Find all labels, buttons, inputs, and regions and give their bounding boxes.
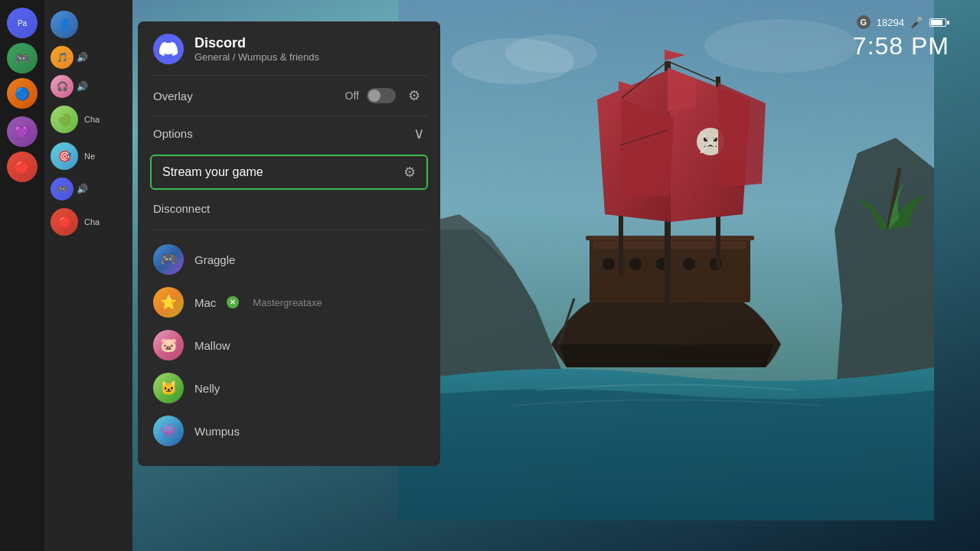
member-name-wumpus: Wumpus xyxy=(194,425,240,438)
channel-label-cha: Cha xyxy=(84,115,100,124)
member-item-wumpus[interactable]: 👾 Wumpus xyxy=(150,411,428,451)
channel-label-ne: Ne xyxy=(84,152,95,161)
volume-icon-1: 🔊 xyxy=(77,52,88,63)
disconnect-row[interactable]: Disconnect xyxy=(138,194,440,223)
chevron-down-icon: ∨ xyxy=(413,124,425,142)
xbox-controller-icon: G xyxy=(857,15,871,29)
clock: 7:58 PM xyxy=(853,32,949,60)
options-label: Options xyxy=(153,127,413,140)
channel-item-cha2[interactable]: 🔴 Cha xyxy=(44,205,132,239)
channel-item-cha[interactable]: 🟢 Cha xyxy=(44,103,132,136)
member-avatar-graggle: 🎮 xyxy=(153,244,184,275)
disconnect-label: Disconnect xyxy=(153,202,210,215)
volume-icon-2: 🔊 xyxy=(77,81,88,92)
member-item-nelly[interactable]: 🐱 Nelly xyxy=(150,368,428,408)
sidebar-icon-4[interactable]: 💜 xyxy=(7,116,38,147)
sidebar-icon-1[interactable]: Pa xyxy=(7,8,38,38)
discord-logo-svg xyxy=(159,40,178,58)
xbox-icon-mac: ✕ xyxy=(227,296,239,308)
member-avatar-mallow: 🐷 xyxy=(153,330,184,360)
gamerscore: 18294 xyxy=(877,17,904,28)
member-item-graggle[interactable]: 🎮 Graggle xyxy=(150,240,428,279)
discord-app-name: Discord xyxy=(194,35,319,51)
microphone-icon: 🎤 xyxy=(910,16,923,28)
overlay-toggle[interactable] xyxy=(367,88,396,103)
discord-header: Discord General / Wumpus & friends xyxy=(138,21,440,75)
options-row[interactable]: Options ∨ xyxy=(138,116,440,150)
channel-avatar-small-3: 🎮 xyxy=(51,178,74,201)
discord-panel: Discord General / Wumpus & friends Overl… xyxy=(138,21,440,466)
member-name-graggle: Graggle xyxy=(194,253,235,266)
svg-point-9 xyxy=(683,258,695,270)
channel-avatar-4: 🔴 xyxy=(51,208,78,236)
member-platform-mac: Mastergreataxe xyxy=(253,297,322,308)
sidebar-icon-2[interactable]: 🎮 xyxy=(7,43,38,73)
volume-icon-3: 🔊 xyxy=(77,184,88,194)
battery-icon xyxy=(929,18,949,27)
system-tray: G 18294 🎤 7:58 PM xyxy=(853,15,949,60)
sidebar-icon-3[interactable]: 🔵 xyxy=(7,78,38,109)
discord-subtitle: General / Wumpus & friends xyxy=(194,51,319,63)
member-name-mallow: Mallow xyxy=(194,339,230,352)
channel-item-1[interactable]: 👤 xyxy=(44,8,132,41)
svg-point-2 xyxy=(505,34,597,73)
channel-avatar-3: 🎯 xyxy=(51,142,78,170)
svg-point-3 xyxy=(704,19,858,73)
member-avatar-nelly: 🐱 xyxy=(153,373,184,403)
discord-title-block: Discord General / Wumpus & friends xyxy=(194,35,319,63)
stream-game-button[interactable]: Stream your game ⚙ xyxy=(150,155,428,190)
member-avatar-wumpus: 👾 xyxy=(153,416,184,446)
member-item-mac[interactable]: ⭐ Mac ✕ Mastergreataxe xyxy=(150,282,428,322)
member-name-nelly: Nelly xyxy=(194,382,220,395)
svg-point-6 xyxy=(603,258,615,270)
overlay-settings-button[interactable]: ⚙ xyxy=(403,85,425,106)
channel-avatar-1: 👤 xyxy=(51,11,78,38)
server-sidebar: Pa 🎮 🔵 💜 🔴 xyxy=(0,0,44,551)
overlay-off-label: Off xyxy=(345,90,359,102)
stream-settings-icon[interactable]: ⚙ xyxy=(403,164,416,181)
overlay-label: Overlay xyxy=(153,90,338,103)
overlay-row: Overlay Off ⚙ xyxy=(138,76,440,116)
toggle-knob xyxy=(368,90,381,102)
svg-point-7 xyxy=(629,258,642,270)
stream-game-label: Stream your game xyxy=(162,165,403,179)
member-name-mac: Mac xyxy=(194,296,216,309)
member-item-mallow[interactable]: 🐷 Mallow xyxy=(150,325,428,365)
members-divider xyxy=(150,230,428,230)
discord-logo xyxy=(153,34,184,64)
channel-avatar-small-2: 🎧 xyxy=(51,75,74,98)
sidebar-icon-5[interactable]: 🔴 xyxy=(7,152,38,182)
channel-avatar-2: 🟢 xyxy=(51,106,78,133)
channel-sidebar: 👤 🎵 🔊 🎧 🔊 🟢 Cha 🎯 Ne 🎮 🔊 🔴 Ch xyxy=(44,0,132,551)
channel-avatar-small-1: 🎵 xyxy=(51,46,74,69)
channel-label-cha2: Cha xyxy=(84,217,100,227)
member-avatar-mac: ⭐ xyxy=(153,287,184,318)
channel-item-ne[interactable]: 🎯 Ne xyxy=(44,139,132,173)
members-list: 🎮 Graggle ⭐ Mac ✕ Mastergreataxe 🐷 Mallo… xyxy=(138,240,440,451)
